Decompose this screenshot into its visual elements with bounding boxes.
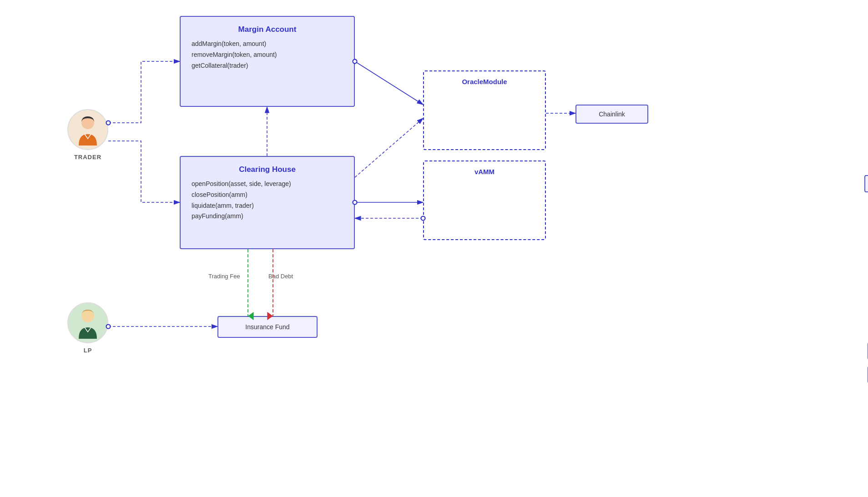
clearing-house-box: Clearing House openPosition(asset, side,… [180,156,355,249]
clearing-to-oracle-arrow [355,118,423,177]
trader-avatar-circle [67,109,108,150]
clearing-house-title: Clearing House [192,165,343,174]
chainlink-box: Chainlink [575,105,648,124]
oracle-module-box: OracleModule Spot Price [423,70,546,150]
margin-to-oracle-arrow [355,61,423,105]
method-liquidate: liquidate(amm, trader) [192,201,343,211]
method-get-collateral: getCollateral(trader) [192,60,343,71]
bad-debt-label: Bad Debt [268,273,293,280]
lp-person-icon [72,307,104,339]
lp-avatar-circle [67,302,108,343]
lp-avatar: LP [67,302,108,354]
method-pay-funding: payFunding(amm) [192,211,343,222]
trader-to-clearing-arrow [108,141,180,202]
trader-label: TRADER [74,154,101,161]
clearing-house-content: openPosition(asset, side, leverage) clos… [192,179,343,222]
vamm-title: vAMM [432,168,537,176]
spot-price-box: Spot Price [864,175,868,192]
margin-account-title: Margin Account [192,25,343,34]
method-close-position: closePosition(amm) [192,190,343,201]
vamm-box: vAMM Bonding Curve TWAP Oracle [423,161,546,240]
insurance-fund-box: Insurance Fund [217,316,318,338]
method-open-position: openPosition(asset, side, leverage) [192,179,343,190]
trader-avatar: TRADER [67,109,108,161]
oracle-module-title: OracleModule [432,78,537,85]
trading-fee-label: Trading Fee [208,273,240,280]
margin-account-box: Margin Account addMargin(token, amount) … [180,16,355,107]
method-remove-margin: removeMargin(token, amount) [192,50,343,60]
method-add-margin: addMargin(token, amount) [192,39,343,50]
trader-person-icon [72,114,104,146]
trader-to-margin-arrow [108,61,180,123]
chainlink-label: Chainlink [599,110,625,118]
margin-account-content: addMargin(token, amount) removeMargin(to… [192,39,343,71]
lp-label: LP [84,347,92,354]
insurance-fund-label: Insurance Fund [245,323,289,331]
